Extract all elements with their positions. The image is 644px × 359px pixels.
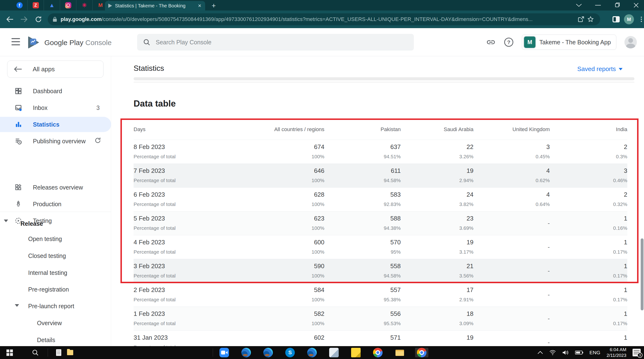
windows-taskbar: S ENG 6:04 AM 2/11/2023 3 xyxy=(0,346,644,359)
help-icon[interactable]: ? xyxy=(504,37,514,47)
notification-count-badge: 3 xyxy=(637,353,642,358)
start-button[interactable] xyxy=(5,348,14,357)
sidebar-item-closed-testing[interactable]: Closed testing xyxy=(28,252,66,259)
window-maximize-button[interactable] xyxy=(610,0,624,10)
pinned-tab[interactable]: ▲ xyxy=(44,0,60,10)
active-tab[interactable]: Statistics | Takeme - The Booking × xyxy=(105,1,205,10)
sidebar-item-releases-overview[interactable]: Releases overview xyxy=(0,180,111,195)
window-chevron-icon[interactable] xyxy=(572,0,586,10)
notification-center-icon[interactable]: 3 xyxy=(632,349,641,357)
share-icon[interactable] xyxy=(576,14,586,24)
cell-percent: 100% xyxy=(253,297,324,303)
taskbar-clock[interactable]: 6:04 AM 2/11/2023 xyxy=(606,347,626,358)
url-bar[interactable]: play.google.com/console/u/0/developers/5… xyxy=(48,13,600,25)
play-console-logo xyxy=(28,36,40,49)
new-tab-button[interactable]: + xyxy=(210,1,218,10)
statistics-icon xyxy=(14,121,22,128)
reload-icon[interactable] xyxy=(34,15,43,24)
sidebar-item-testing[interactable]: Testing xyxy=(0,213,111,228)
row-percentage-label: Percentage of total xyxy=(134,345,253,346)
zoom-taskbar-button[interactable] xyxy=(220,348,229,357)
cell-value: 1 xyxy=(550,310,627,318)
back-icon[interactable] xyxy=(5,15,14,24)
pinned-tab[interactable]: Z xyxy=(28,0,44,10)
chrome-taskbar-button[interactable] xyxy=(415,348,428,357)
link-icon[interactable] xyxy=(486,37,496,47)
sidebar-item-internal-testing[interactable]: Internal testing xyxy=(28,269,67,276)
edge-taskbar-button[interactable] xyxy=(263,348,273,357)
file-explorer-taskbar-button[interactable] xyxy=(395,348,404,357)
pinned-tab[interactable]: f xyxy=(12,0,28,10)
forward-icon[interactable] xyxy=(20,15,28,24)
sidebar-item-open-testing[interactable]: Open testing xyxy=(28,236,62,242)
edge-icon xyxy=(242,348,251,357)
row-date: 1 Feb 2023 xyxy=(134,310,253,318)
battery-icon[interactable] xyxy=(575,351,583,355)
window-minimize-button[interactable] xyxy=(591,0,605,10)
volume-icon[interactable] xyxy=(562,350,569,356)
vertical-scrollbar[interactable] xyxy=(641,238,644,310)
takeme-app-icon: M xyxy=(524,36,536,48)
onenote-icon xyxy=(329,348,339,357)
side-panel-icon[interactable] xyxy=(612,16,620,22)
sidebar-item-dashboard[interactable]: Dashboard xyxy=(0,83,111,99)
hamburger-menu-icon[interactable] xyxy=(12,38,20,45)
pinned-tab[interactable]: ✳ xyxy=(76,0,92,10)
sidebar-item-production[interactable]: Production xyxy=(0,196,111,212)
app-selector-chip[interactable]: M Takeme - The Booking App xyxy=(522,34,616,50)
cell-value: - xyxy=(474,315,550,322)
sidebar-item-statistics[interactable]: Statistics xyxy=(0,117,111,132)
sidebar-divider xyxy=(0,212,111,212)
search-placeholder: Search Play Console xyxy=(156,39,211,46)
window-close-button[interactable] xyxy=(629,0,643,10)
sidebar-item-pre-launch-report[interactable]: Pre-launch report xyxy=(28,303,74,310)
account-avatar[interactable] xyxy=(624,36,637,48)
taskbar-search-icon[interactable] xyxy=(30,348,40,357)
production-rocket-icon xyxy=(14,200,22,208)
clock-date: 2/11/2023 xyxy=(606,353,626,358)
wifi-icon[interactable] xyxy=(549,350,556,355)
pinned-tab[interactable] xyxy=(60,0,76,10)
open-folder-window-icon[interactable] xyxy=(65,348,75,357)
browser-menu-icon[interactable]: ⋮ xyxy=(638,18,642,20)
pre-launch-caret-icon[interactable] xyxy=(15,304,19,307)
all-apps-button[interactable]: All apps xyxy=(7,60,104,78)
slack-icon: ✳ xyxy=(81,2,88,8)
skype-taskbar-button[interactable]: S xyxy=(285,348,295,357)
row-percentage-label: Percentage of total xyxy=(134,297,253,303)
bookmark-star-icon[interactable] xyxy=(586,14,595,24)
tab-close-icon[interactable]: × xyxy=(198,3,202,8)
open-document-window-icon[interactable] xyxy=(54,348,64,357)
cell-value: - xyxy=(474,291,550,299)
tray-chevron-icon[interactable] xyxy=(538,351,543,355)
sidebar-item-inbox[interactable]: Inbox 3 xyxy=(0,100,111,115)
cell-value: 571 xyxy=(324,334,401,341)
sticky-notes-taskbar-button[interactable] xyxy=(351,348,361,357)
chrome-taskbar-button[interactable] xyxy=(373,348,382,357)
cell-value: 584 xyxy=(253,286,324,294)
browser-profile-avatar[interactable]: M xyxy=(624,14,634,24)
page-title: Statistics xyxy=(134,64,164,73)
sidebar-item-prelaunch-details[interactable]: Details xyxy=(37,337,55,344)
edge-icon xyxy=(307,348,317,357)
cell-value: 17 xyxy=(401,286,474,294)
sidebar-item-publishing-overview[interactable]: Publishing overview xyxy=(0,133,111,149)
cell-value: 1 xyxy=(550,286,627,294)
saved-reports-button[interactable]: Saved reports xyxy=(577,65,622,73)
section-divider-2 xyxy=(134,81,634,83)
sticky-notes-icon xyxy=(351,348,361,357)
all-apps-label: All apps xyxy=(33,65,55,73)
taskbar-divider-2 xyxy=(213,349,213,357)
play-console-header: Google Play Console Search Play Console … xyxy=(0,28,644,56)
gmail-icon: M xyxy=(98,2,104,8)
language-indicator[interactable]: ENG xyxy=(590,350,600,356)
sidebar-item-prelaunch-overview[interactable]: Overview xyxy=(37,320,62,327)
search-input[interactable]: Search Play Console xyxy=(137,34,414,50)
browser-tab-strip: f Z ▲ ✳ M Statistics | Takeme - The Book… xyxy=(0,0,644,10)
table-row: 2 Feb 2023Percentage of total 584100% 55… xyxy=(134,283,627,307)
edge-taskbar-button[interactable] xyxy=(242,348,251,357)
edge-taskbar-button[interactable] xyxy=(307,348,317,357)
sidebar-item-pre-registration[interactable]: Pre-registration xyxy=(28,286,69,293)
onenote-taskbar-button[interactable] xyxy=(329,348,339,357)
testing-caret-icon[interactable] xyxy=(4,220,8,222)
